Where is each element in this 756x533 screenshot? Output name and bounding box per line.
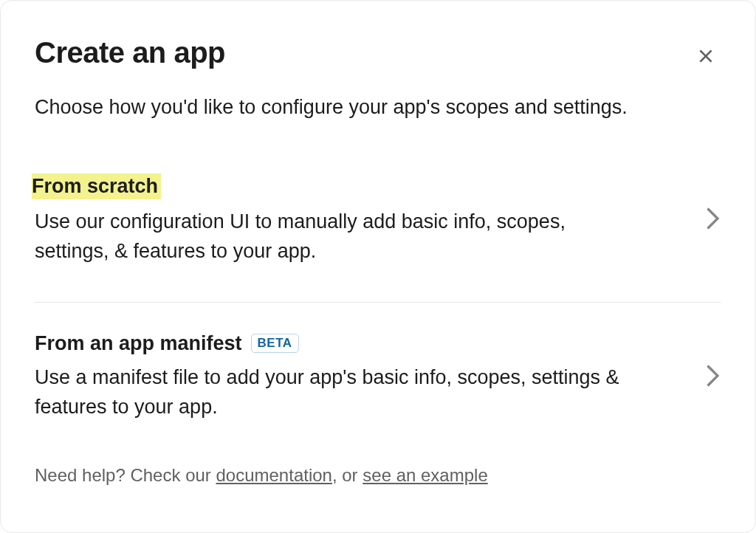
modal-header: Create an app	[35, 36, 721, 72]
option-title-row: From an app manifest BETA	[35, 332, 690, 355]
help-prefix: Need help? Check our	[35, 465, 216, 485]
documentation-link[interactable]: documentation	[216, 465, 331, 485]
close-button[interactable]	[690, 41, 721, 72]
see-example-link[interactable]: see an example	[362, 465, 487, 485]
chevron-right-icon	[705, 205, 721, 235]
option-scratch-title: From scratch	[32, 173, 161, 199]
option-content: From an app manifest BETA Use a manifest…	[35, 332, 690, 422]
create-app-modal: Create an app Choose how you'd like to c…	[0, 0, 756, 533]
option-from-manifest[interactable]: From an app manifest BETA Use a manifest…	[35, 332, 721, 458]
divider	[35, 302, 721, 303]
help-text: Need help? Check our documentation, or s…	[35, 465, 721, 486]
help-middle: , or	[332, 465, 362, 485]
option-manifest-description: Use a manifest file to add your app's ba…	[35, 362, 640, 422]
beta-badge: BETA	[251, 334, 299, 353]
option-scratch-description: Use our configuration UI to manually add…	[35, 207, 640, 266]
option-manifest-title: From an app manifest	[35, 332, 242, 355]
close-icon	[696, 47, 715, 66]
option-content: From scratch Use our configuration UI to…	[35, 173, 690, 266]
chevron-right-icon	[705, 362, 721, 392]
option-title-row: From scratch	[35, 173, 690, 199]
modal-title: Create an app	[35, 36, 225, 69]
option-from-scratch[interactable]: From scratch Use our configuration UI to…	[35, 173, 721, 302]
modal-subtitle: Choose how you'd like to configure your …	[35, 94, 721, 122]
